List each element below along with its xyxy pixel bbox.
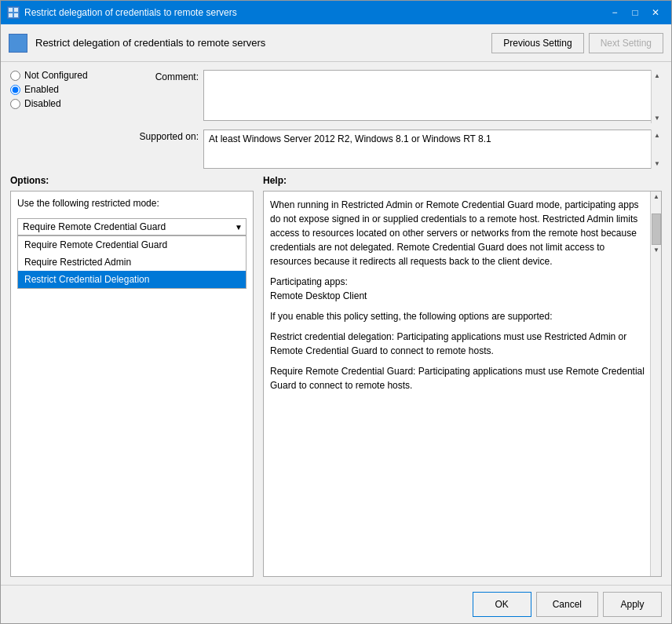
radio-not-configured[interactable]: Not Configured [10,70,120,81]
svg-rect-0 [9,8,13,12]
cancel-button[interactable]: Cancel [536,592,598,617]
comment-scrollbar: ▲ ▼ [651,70,662,123]
dropdown-item-2[interactable]: Restrict Credential Delegation [18,271,246,288]
dropdown-item-0[interactable]: Require Remote Credential Guard [18,236,246,254]
help-para-2: If you enable this policy setting, the f… [270,309,645,323]
next-setting-button[interactable]: Next Setting [589,33,663,53]
comment-label: Comment: [128,70,199,82]
right-col: Comment: ▲ ▼ Supported on: At least Wind… [128,70,662,169]
dropdown-list: Require Remote Credential Guard Require … [17,235,247,289]
help-box: When running in Restricted Admin or Remo… [263,191,662,577]
options-label: Options: [10,175,254,186]
window-icon [7,6,20,19]
close-button[interactable]: ✕ [646,5,665,20]
dropdown-header[interactable]: Require Remote Credential Guard ▼ [17,218,247,235]
form-section: Not Configured Enabled Disabled Comment: [10,70,662,169]
help-para-0: When running in Restricted Admin or Remo… [270,198,645,268]
supported-value: At least Windows Server 2012 R2, Windows… [209,133,504,144]
left-col: Not Configured Enabled Disabled [10,70,120,169]
previous-setting-button[interactable]: Previous Setting [491,33,583,53]
maximize-button[interactable]: □ [626,5,645,20]
ok-button[interactable]: OK [473,592,531,617]
dropdown-chevron-icon: ▼ [235,223,243,232]
radio-enabled[interactable]: Enabled [10,84,120,95]
dropdown-selected-value: Require Remote Credential Guard [23,221,166,232]
radio-not-configured-input[interactable] [10,71,20,81]
main-window: Restrict delegation of credentials to re… [0,0,672,624]
comment-row: Comment: ▲ ▼ [128,70,662,123]
dropdown-item-1[interactable]: Require Restricted Admin [18,254,246,271]
options-panel: Options: Use the following restricted mo… [10,175,254,577]
radio-not-configured-label: Not Configured [24,70,88,81]
options-instruction: Use the following restricted mode: [17,198,247,209]
supported-box: At least Windows Server 2012 R2, Windows… [203,130,662,169]
help-label: Help: [263,175,662,186]
window-title: Restrict delegation of credentials to re… [24,7,237,18]
help-para-3: Restrict credential delegation: Particip… [270,330,645,358]
help-text: When running in Restricted Admin or Remo… [270,198,645,392]
radio-disabled-label: Disabled [24,98,61,109]
minimize-button[interactable]: − [605,5,624,20]
radio-disabled-input[interactable] [10,99,20,109]
title-bar-left: Restrict delegation of credentials to re… [7,6,237,19]
scroll-down-arrow[interactable]: ▼ [652,112,663,123]
svg-rect-1 [14,8,18,12]
header-title: Restrict delegation of credentials to re… [35,37,484,49]
radio-disabled[interactable]: Disabled [10,98,120,109]
help-scroll-down[interactable]: ▼ [651,245,662,256]
dropdown-container: Require Remote Credential Guard ▼ Requir… [17,218,247,289]
supported-row: Supported on: At least Windows Server 20… [128,130,662,169]
apply-button[interactable]: Apply [603,592,662,617]
radio-group: Not Configured Enabled Disabled [10,70,120,109]
help-scroll-up[interactable]: ▲ [651,192,662,203]
options-help-row: Options: Use the following restricted mo… [10,175,662,577]
content-area: Not Configured Enabled Disabled Comment: [1,62,671,585]
svg-rect-2 [9,13,13,17]
help-para-4: Require Remote Credential Guard: Partici… [270,364,645,392]
header-buttons: Previous Setting Next Setting [491,33,663,53]
title-bar: Restrict delegation of credentials to re… [1,1,671,24]
options-box: Use the following restricted mode: Requi… [10,191,254,577]
help-scroll-thumb[interactable] [652,213,661,245]
radio-enabled-input[interactable] [10,85,20,95]
supported-scroll-up[interactable]: ▲ [652,130,663,140]
supported-label: Supported on: [128,130,199,142]
header-icon [9,34,27,53]
help-scrollbar: ▲ ▼ [650,192,661,576]
header-bar: Restrict delegation of credentials to re… [1,24,671,62]
supported-scroll-down[interactable]: ▼ [652,158,663,169]
title-bar-controls: − □ ✕ [605,5,665,20]
footer-bar: OK Cancel Apply [1,585,671,623]
comment-textarea[interactable] [203,70,662,121]
scroll-up-arrow[interactable]: ▲ [652,70,663,81]
help-panel: Help: When running in Restricted Admin o… [263,175,662,577]
radio-enabled-label: Enabled [24,84,59,95]
supported-scrollbar: ▲ ▼ [651,130,662,169]
svg-rect-3 [14,13,18,17]
help-para-1: Participating apps:Remote Desktop Client [270,275,645,303]
